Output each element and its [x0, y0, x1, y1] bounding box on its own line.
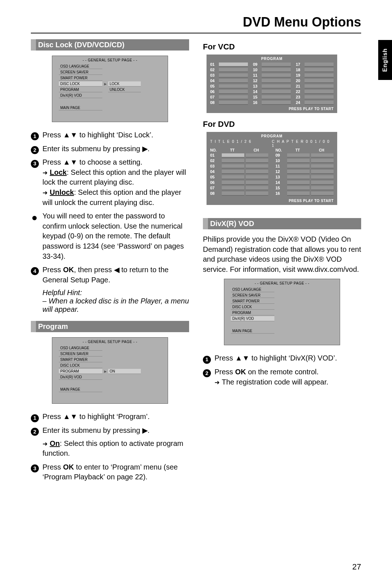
osd-divx: - - GENERAL SETUP PAGE - - OSD LANGUAGE …: [224, 279, 340, 345]
step-text: Press OK, then press ◀ to return to the …: [42, 265, 189, 285]
step-text: Press ▲▼ to highlight ‘Disc Lock’.: [42, 130, 189, 140]
osd-item-selected: PROGRAM: [59, 369, 102, 374]
language-tab: English: [378, 40, 392, 80]
prog-cell: 14: [253, 89, 291, 94]
dvd-row: 03: [210, 164, 268, 168]
dvd-row: 13: [275, 175, 334, 179]
divx-paragraph: Philips provide you the DivX® VOD (Video…: [203, 234, 361, 274]
step-text: Enter its submenu by pressing ▶. On: Sel…: [42, 426, 189, 459]
left-column: Disc Lock (DVD/VCD/CD) - - GENERAL SETUP…: [31, 39, 189, 486]
osd-item: OSD LANGUAGE: [59, 64, 102, 69]
page-title: DVD Menu Options: [243, 15, 361, 30]
step-text: You will need to enter the password to c…: [42, 211, 189, 261]
osd-main-page: MAIN PAGE: [59, 387, 102, 392]
prog-cell: 17: [296, 62, 334, 67]
divx-instructions: 1Press ▲▼ to highlight ‘DivX(R) VOD’. 2 …: [203, 353, 361, 387]
dvd-row: 04: [210, 169, 268, 174]
step-text: Press ▲▼ to highlight ‘DivX(R) VOD’.: [215, 353, 361, 363]
dvd-row: 08: [210, 191, 268, 196]
dvd-row: 10: [275, 158, 334, 163]
dvd-row: 11: [275, 164, 334, 168]
prog-title: PROGRAM: [210, 57, 334, 61]
prog-cell: 03: [210, 73, 248, 77]
osd-item: DISC LOCK: [59, 363, 102, 368]
osd-sub-item: ON: [108, 369, 141, 374]
osd-item: PROGRAM: [59, 87, 102, 92]
prog-cell: 16: [253, 100, 291, 105]
helpful-hint: Helpful Hint: – When a locked disc is in…: [42, 289, 189, 314]
page-number: 27: [352, 562, 361, 572]
prog-cell: 10: [253, 68, 291, 72]
heading-for-vcd: For VCD: [203, 42, 361, 52]
prog-footer: PRESS PLAY TO START: [210, 199, 334, 203]
section-heading-disc-lock: Disc Lock (DVD/VCD/CD): [31, 39, 189, 51]
prog-cell: 18: [296, 68, 334, 72]
osd-item: SMART POWER: [59, 357, 102, 362]
osd-main-page: MAIN PAGE: [59, 105, 102, 110]
prog-cell: 19: [296, 73, 334, 77]
prog-cell: 04: [210, 78, 248, 83]
osd-arrow-icon: ▶: [102, 370, 108, 373]
prog-cell: 21: [296, 84, 334, 88]
prog-cell: 13: [253, 84, 291, 88]
osd-main-page: MAIN PAGE: [231, 329, 274, 334]
osd-item: SMART POWER: [231, 299, 274, 304]
prog-cell: 09: [253, 62, 291, 67]
prog-cell: 08: [210, 100, 248, 105]
osd-item: SCREEN SAVER: [59, 351, 102, 357]
osd-title: - - GENERAL SETUP PAGE - -: [52, 56, 168, 64]
dvd-row: 15: [275, 186, 334, 190]
prog-cell: 01: [210, 62, 248, 67]
dvd-row: 07: [210, 186, 268, 190]
osd-item-selected: DISC LOCK: [59, 81, 102, 86]
osd-title: - - GENERAL SETUP PAGE - -: [224, 279, 340, 287]
program-grid-vcd: PROGRAM 01091702101803111904122005132106…: [207, 55, 337, 113]
prog-cell: 06: [210, 89, 248, 94]
prog-cell: 12: [253, 78, 291, 83]
osd-item: SMART POWER: [59, 76, 102, 81]
program-instructions: 1Press ▲▼ to highlight ‘Program’. 2 Ente…: [31, 412, 189, 482]
osd-item: OSD LANGUAGE: [59, 346, 102, 351]
section-heading-program: Program: [31, 321, 189, 332]
step-text: Enter its submenu by pressing ▶.: [42, 144, 189, 154]
step-text: Press ▲▼ to highlight ‘Program’.: [42, 412, 189, 422]
section-heading-divx: DivX(R) VOD: [203, 218, 361, 229]
title-rule: [31, 33, 361, 33]
osd-arrow-icon: ▶: [102, 82, 108, 86]
osd-title: - - GENERAL SETUP PAGE - -: [52, 338, 168, 345]
osd-sub-item: LOCK: [108, 81, 141, 86]
osd-item: DISC LOCK: [231, 305, 274, 310]
prog-cell: 07: [210, 95, 248, 99]
prog-title: PROGRAM: [210, 134, 334, 138]
prog-cell: 11: [253, 73, 291, 77]
prog-cell: 24: [296, 100, 334, 105]
dvd-row: 02: [210, 158, 268, 163]
prog-cell: 02: [210, 68, 248, 72]
osd-item: SCREEN SAVER: [231, 293, 274, 298]
step-text: Press ▲▼ to choose a setting. Lock: Sele…: [42, 157, 189, 208]
prog-cell: 22: [296, 89, 334, 94]
osd-program: - - GENERAL SETUP PAGE - - OSD LANGUAGE …: [52, 337, 168, 404]
right-column: For VCD PROGRAM 010917021018031119041220…: [203, 39, 361, 486]
dvd-row: 09: [275, 153, 334, 157]
disc-lock-instructions: 1Press ▲▼ to highlight ‘Disc Lock’. 2Ent…: [31, 130, 189, 285]
prog-cell: 20: [296, 78, 334, 83]
osd-item: DivX(R) VOD: [59, 93, 102, 98]
prog-cell: 05: [210, 84, 248, 88]
dvd-row: 12: [275, 169, 334, 174]
osd-item: DivX(R) VOD: [59, 375, 102, 380]
dvd-row: 16: [275, 191, 334, 196]
prog-cell: 15: [253, 95, 291, 99]
prog-cell: 23: [296, 95, 334, 99]
dvd-row: 14: [275, 180, 334, 185]
prog-footer: PRESS PLAY TO START: [210, 107, 334, 111]
osd-sub-item: UNLOCK: [108, 87, 141, 92]
dvd-row: 05: [210, 175, 268, 179]
osd-item-selected: DivX(R) VOD: [231, 316, 274, 321]
osd-item: SCREEN SAVER: [59, 70, 102, 75]
step-text: Press OK on the remote control. The regi…: [215, 367, 361, 387]
dvd-title-chapter-info: T I T L E 0 1 / 2 6 C H A P T E R 0 0 1 …: [210, 140, 334, 148]
step-text: Press OK to enter to ‘Program’ menu (see…: [42, 462, 189, 482]
osd-item: OSD LANGUAGE: [231, 287, 274, 292]
heading-for-dvd: For DVD: [203, 120, 361, 129]
